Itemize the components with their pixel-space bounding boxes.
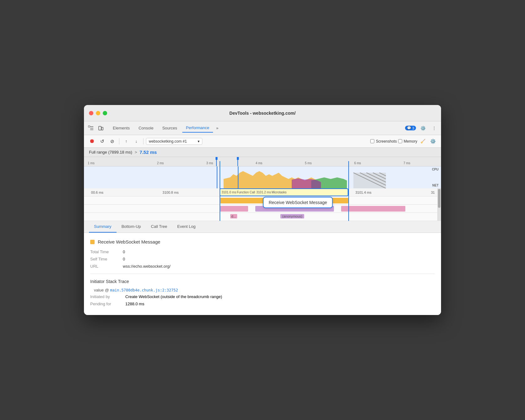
- full-range-text: Full range (7899.18 ms): [89, 150, 132, 155]
- tab-summary[interactable]: Summary: [89, 221, 117, 233]
- cpu-label: CPU: [432, 168, 439, 171]
- tab-elements[interactable]: Elements: [109, 124, 133, 132]
- url-dropdown-icon: ▾: [198, 139, 200, 144]
- stack-entry-label: value @: [94, 288, 110, 292]
- chat-icon: 💬: [407, 126, 411, 130]
- function-call-label: Function Call: [237, 191, 255, 194]
- screenshots-label: Screenshots: [376, 139, 397, 144]
- memory-checkbox[interactable]: [398, 139, 402, 143]
- clear-recordings-button[interactable]: 🧹: [418, 137, 427, 146]
- timeline-area: 1 ms 2 ms 3 ms 4 ms 5 ms 6 ms 7: [84, 157, 441, 221]
- summary-title: Receive WebSocket Message: [90, 239, 435, 244]
- url-value: wss://echo.websocket.org/: [123, 264, 170, 269]
- initiated-by-row: Initiated by Create WebSocket (outside o…: [90, 294, 435, 299]
- title-bar: DevTools - websocketking.com/: [84, 105, 441, 121]
- range-bar: Full range (7899.18 ms) > 7.52 ms: [84, 148, 441, 157]
- summary-event-name: Receive WebSocket Message: [98, 239, 160, 244]
- devtools-window: DevTools - websocketking.com/ Elements C…: [84, 105, 441, 315]
- summary-color-box: [90, 240, 95, 244]
- feedback-badge[interactable]: 💬 3: [405, 126, 416, 130]
- tooltip-text: Receive WebSocket Message: [269, 200, 327, 205]
- more-options-icon[interactable]: ⋮: [430, 124, 439, 133]
- initiated-by-label: Initiated by: [90, 294, 122, 299]
- self-time-row: Self Time 0: [90, 257, 435, 261]
- ruler-mark-1: 2 ms: [136, 161, 185, 165]
- ruler-mark-2: 3 ms: [185, 161, 234, 165]
- toolbar-divider-1: [119, 138, 119, 144]
- svg-rect-2: [101, 127, 103, 130]
- tooltip-container: 3101.0 ms Function Call 3101.2 ms Microt…: [220, 188, 348, 196]
- inspect-icon[interactable]: [86, 124, 95, 133]
- timeline-rows: 00.6 ms 3100.8 ms 3101.0 ms Function Cal…: [84, 188, 441, 221]
- ruler-mark-4: 5 ms: [283, 161, 333, 165]
- ruler-marks: 1 ms 2 ms 3 ms 4 ms 5 ms 6 ms 7: [84, 161, 441, 165]
- tab-bottom-up[interactable]: Bottom-Up: [117, 221, 146, 233]
- screenshots-checkbox[interactable]: [370, 139, 374, 143]
- badge-count: 3: [412, 126, 414, 130]
- stack-trace-title: Initiator Stack Trace: [90, 279, 435, 284]
- d-label: d...: [230, 214, 237, 218]
- timeline-row-2: [84, 197, 441, 205]
- summary-divider: [90, 274, 435, 274]
- ruler-mark-0: 1 ms: [86, 161, 136, 165]
- clear-button[interactable]: ⊘: [108, 137, 117, 146]
- pending-for-row: Pending for 1288.0 ms: [90, 302, 435, 306]
- memory-checkbox-label[interactable]: Memory: [398, 139, 417, 144]
- more-tabs-button[interactable]: »: [214, 124, 220, 132]
- timeline-scrollbar[interactable]: [437, 188, 441, 221]
- self-time-value: 0: [123, 257, 125, 261]
- tab-sources[interactable]: Sources: [159, 124, 181, 132]
- microtasks-label: Microtasks: [272, 191, 287, 194]
- ruler-mark-3: 4 ms: [234, 161, 283, 165]
- pending-for-value: 1288.0 ms: [125, 302, 144, 306]
- url-label: URL: [90, 264, 115, 269]
- ruler-mark-5: 6 ms: [333, 161, 382, 165]
- url-value: websocketking.com #1: [149, 139, 187, 144]
- stack-entry: value @ main.5780db4e.chunk.js:2:32752: [90, 288, 435, 292]
- total-time-label: Total Time: [90, 249, 115, 254]
- total-time-row: Total Time 0: [90, 249, 435, 254]
- tab-call-tree[interactable]: Call Tree: [146, 221, 172, 233]
- traffic-lights: [89, 111, 107, 115]
- device-icon[interactable]: [96, 124, 105, 133]
- minimize-button[interactable]: [96, 111, 100, 115]
- url-selector[interactable]: websocketking.com #1 ▾: [146, 138, 202, 145]
- timeline-row-4: d... (anonymous): [84, 213, 441, 221]
- tab-console[interactable]: Console: [135, 124, 157, 132]
- settings-icon[interactable]: ⚙️: [418, 124, 427, 133]
- timeline-row-3: [84, 205, 441, 213]
- selected-range: 7.52 ms: [140, 150, 157, 155]
- nav-right: 💬 3 ⚙️ ⋮: [405, 124, 439, 133]
- initiated-by-value: Create WebSocket (outside of the breadcr…: [125, 294, 222, 299]
- cpu-svg: [84, 166, 441, 188]
- tooltip-bubble: Receive WebSocket Message: [263, 197, 333, 208]
- pending-for-label: Pending for: [90, 302, 122, 306]
- upload-button[interactable]: ↑: [122, 137, 131, 146]
- download-button[interactable]: ↓: [132, 137, 141, 146]
- net-label: NET: [432, 184, 439, 187]
- reload-record-button[interactable]: ↺: [98, 137, 107, 146]
- toolbar: ⏺ ↺ ⊘ ↑ ↓ websocketking.com #1 ▾ Screens…: [84, 135, 441, 148]
- nav-icons: [86, 124, 105, 133]
- toolbar-divider-2: [143, 138, 143, 144]
- total-time-value: 0: [123, 249, 125, 254]
- scrollbar-thumb[interactable]: [438, 189, 440, 208]
- range-arrow: >: [135, 150, 137, 155]
- screenshots-checkbox-label[interactable]: Screenshots: [370, 139, 397, 144]
- close-button[interactable]: [89, 111, 93, 115]
- stack-link[interactable]: main.5780db4e.chunk.js:2:32752: [110, 288, 178, 292]
- url-row: URL wss://echo.websocket.org/: [90, 264, 435, 269]
- capture-settings-button[interactable]: ⚙️: [429, 137, 437, 146]
- cpu-chart: CPU NET: [84, 166, 441, 188]
- ruler-mark-6: 7 ms: [382, 161, 431, 165]
- pink-bar-left: [220, 206, 248, 212]
- tab-event-log[interactable]: Event Log: [172, 221, 201, 233]
- anonymous-label: (anonymous): [280, 214, 304, 218]
- maximize-button[interactable]: [103, 111, 107, 115]
- memory-label: Memory: [404, 139, 417, 144]
- record-button[interactable]: ⏺: [88, 137, 96, 146]
- pink-bar-right: [341, 206, 405, 212]
- tab-performance[interactable]: Performance: [182, 123, 213, 133]
- timeline-ruler: 1 ms 2 ms 3 ms 4 ms 5 ms 6 ms 7: [84, 157, 441, 166]
- svg-rect-0: [88, 126, 90, 127]
